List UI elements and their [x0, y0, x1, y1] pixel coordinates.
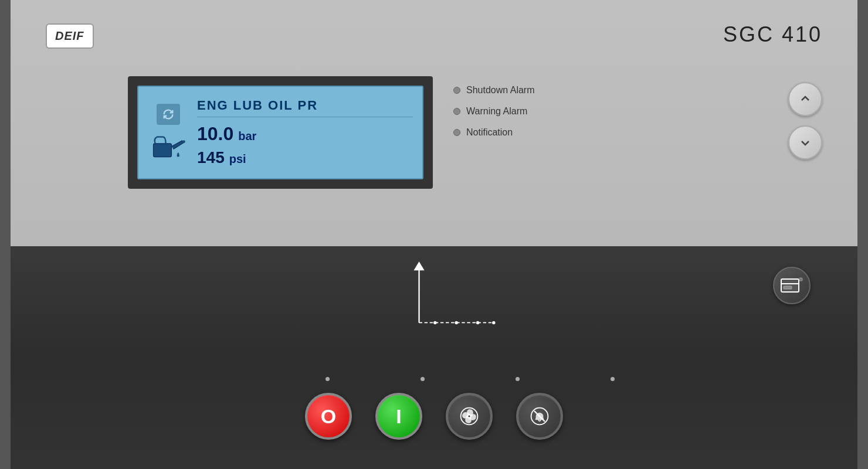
- alarm-dot-shutdown: [453, 87, 460, 94]
- led-indicator-row: [326, 377, 615, 381]
- svg-point-6: [455, 321, 457, 324]
- alarm-dot-notification: [453, 129, 460, 136]
- lcd-unit-psi: psi: [229, 152, 246, 166]
- mute-button[interactable]: [516, 393, 563, 440]
- nav-arrow-indicator: [387, 258, 504, 334]
- stop-icon: O: [321, 405, 336, 428]
- alarm-label-shutdown: Shutdown Alarm: [466, 85, 535, 96]
- nav-up-button[interactable]: [788, 82, 822, 116]
- nav-buttons: [788, 82, 822, 159]
- alarm-dot-warning: [453, 108, 460, 115]
- deif-logo: DEIF: [46, 23, 94, 49]
- card-reader-button[interactable]: [773, 267, 811, 304]
- start-button[interactable]: I: [375, 393, 422, 440]
- lcd-value-psi: 145: [197, 148, 225, 167]
- svg-point-1: [182, 140, 185, 143]
- nav-down-button[interactable]: [788, 125, 822, 159]
- lcd-value-bar: 10.0: [197, 123, 233, 145]
- lcd-reading-psi: 145 psi: [197, 148, 413, 167]
- auto-button[interactable]: [446, 393, 493, 440]
- svg-point-8: [492, 321, 495, 324]
- oil-can-icon: [150, 130, 188, 162]
- svg-marker-3: [413, 261, 424, 270]
- stop-button[interactable]: O: [305, 393, 352, 440]
- alarm-warning: Warning Alarm: [453, 106, 535, 117]
- device-panel: DEIF SGC 410: [0, 0, 868, 469]
- lcd-reading-bar: 10.0 bar: [197, 123, 413, 145]
- mute-icon: [529, 406, 550, 427]
- device-title: SGC 410: [723, 22, 822, 47]
- svg-rect-12: [799, 278, 802, 281]
- lcd-container: ENG LUB OIL PR 10.0 bar 145 psi: [128, 76, 433, 189]
- start-icon: I: [396, 405, 401, 428]
- alarm-label-notification: Notification: [466, 127, 513, 138]
- bottom-panel: O I: [11, 246, 857, 469]
- svg-point-14: [467, 414, 470, 417]
- alarm-notification: Notification: [453, 127, 535, 138]
- lcd-unit-bar: bar: [238, 130, 256, 143]
- lcd-title: ENG LUB OIL PR: [197, 98, 413, 117]
- led-dot-3: [516, 377, 520, 381]
- led-dot-2: [421, 377, 425, 381]
- alarm-shutdown: Shutdown Alarm: [453, 85, 535, 96]
- lcd-data: ENG LUB OIL PR 10.0 bar 145 psi: [197, 98, 413, 167]
- svg-rect-11: [784, 286, 792, 289]
- svg-rect-9: [781, 279, 799, 292]
- alarm-panel: Shutdown Alarm Warning Alarm Notificatio…: [453, 85, 535, 138]
- lcd-icons: [148, 104, 189, 162]
- alarm-label-warning: Warning Alarm: [466, 106, 527, 117]
- led-dot-4: [611, 377, 615, 381]
- led-dot-1: [326, 377, 330, 381]
- svg-point-7: [476, 321, 479, 324]
- controls-row: O I: [305, 393, 563, 440]
- top-panel: DEIF SGC 410: [11, 0, 857, 246]
- lcd-cycle-icon: [157, 104, 180, 125]
- svg-rect-0: [153, 143, 171, 157]
- lcd-screen: ENG LUB OIL PR 10.0 bar 145 psi: [137, 86, 423, 179]
- svg-point-5: [433, 321, 436, 324]
- auto-icon: [459, 406, 480, 427]
